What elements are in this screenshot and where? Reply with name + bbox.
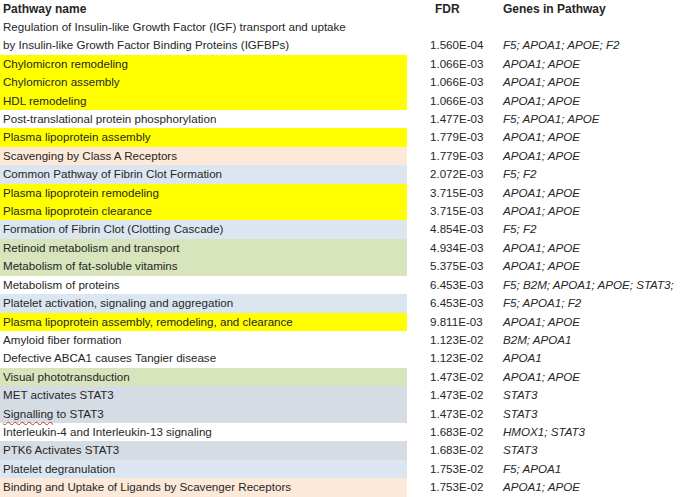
cell-pathway[interactable]: MET activates STAT3 bbox=[0, 386, 407, 404]
cell-genes[interactable]: APOA1; APOE bbox=[503, 478, 685, 496]
cell-fdr[interactable]: 5.375E-03 bbox=[407, 257, 503, 275]
cell-fdr[interactable]: 1.473E-02 bbox=[407, 368, 503, 386]
cell-pathway[interactable]: Platelet degranulation bbox=[0, 460, 407, 478]
cell-fdr[interactable]: 1.066E-03 bbox=[407, 92, 503, 110]
cell-fdr[interactable]: 9.811E-03 bbox=[407, 313, 503, 331]
cell-pathway[interactable]: Retinoid metabolism and transport bbox=[0, 239, 407, 257]
cell-genes[interactable]: STAT3 bbox=[503, 441, 685, 459]
cell-pathway[interactable]: Visual phototransduction bbox=[0, 368, 407, 386]
cell-pathway[interactable]: HDL remodeling bbox=[0, 92, 407, 110]
cell-pathway[interactable]: Scavenging by Class A Receptors bbox=[0, 147, 407, 165]
cell-pathway[interactable]: PTK6 Activates STAT3 bbox=[0, 441, 407, 459]
cell-pathway[interactable]: Signalling to STAT3 bbox=[0, 405, 407, 423]
cell-fdr[interactable]: 6.453E-03 bbox=[407, 294, 503, 312]
table-row: PTK6 Activates STAT31.683E-02STAT3 bbox=[0, 441, 685, 459]
cell-fdr[interactable]: 1.753E-02 bbox=[407, 460, 503, 478]
cell-fdr[interactable]: 4.934E-03 bbox=[407, 239, 503, 257]
cell-pathway[interactable]: Defective ABCA1 causes Tangier disease bbox=[0, 349, 407, 367]
table-body: Regulation of Insulin-like Growth Factor… bbox=[0, 18, 685, 497]
table-row: Amyloid fiber formation1.123E-02B2M; APO… bbox=[0, 331, 685, 349]
cell-fdr[interactable]: 1.753E-02 bbox=[407, 478, 503, 496]
cell-pathway[interactable]: Interleukin-4 and Interleukin-13 signali… bbox=[0, 423, 407, 441]
cell-pathway[interactable]: Regulation of Insulin-like Growth Factor… bbox=[0, 18, 407, 55]
cell-fdr[interactable]: 3.715E-03 bbox=[407, 184, 503, 202]
cell-pathway[interactable]: Plasma lipoprotein assembly bbox=[0, 128, 407, 146]
cell-pathway[interactable]: Common Pathway of Fibrin Clot Formation bbox=[0, 165, 407, 183]
cell-fdr[interactable]: 1.066E-03 bbox=[407, 55, 503, 73]
cell-fdr[interactable]: 2.072E-03 bbox=[407, 165, 503, 183]
cell-pathway[interactable]: Amyloid fiber formation bbox=[0, 331, 407, 349]
table-row: MET activates STAT31.473E-02STAT3 bbox=[0, 386, 685, 404]
column-header-pathway-name[interactable]: Pathway name bbox=[0, 0, 407, 18]
cell-genes[interactable]: APOA1; APOE bbox=[503, 313, 685, 331]
table-row: Common Pathway of Fibrin Clot Formation2… bbox=[0, 165, 685, 183]
cell-genes[interactable]: APOA1; APOE bbox=[503, 239, 685, 257]
table-row: Plasma lipoprotein assembly, remodeling,… bbox=[0, 313, 685, 331]
cell-genes[interactable]: APOA1; APOE bbox=[503, 147, 685, 165]
cell-genes[interactable]: F5; B2M; APOA1; APOE; STAT3; bbox=[503, 276, 685, 294]
cell-fdr[interactable]: 1.560E-04 bbox=[407, 18, 503, 55]
cell-pathway[interactable]: Chylomicron remodeling bbox=[0, 55, 407, 73]
cell-genes[interactable]: F5; APOA1; F2 bbox=[503, 294, 685, 312]
table-row: Plasma lipoprotein clearance3.715E-03APO… bbox=[0, 202, 685, 220]
table-row: Retinoid metabolism and transport4.934E-… bbox=[0, 239, 685, 257]
cell-pathway[interactable]: Metabolism of proteins bbox=[0, 276, 407, 294]
cell-genes[interactable]: F5; APOA1; APOE; F2 bbox=[503, 18, 685, 55]
cell-pathway[interactable]: Formation of Fibrin Clot (Clotting Casca… bbox=[0, 220, 407, 238]
table-row: Post-translational protein phosphorylati… bbox=[0, 110, 685, 128]
cell-pathway[interactable]: Plasma lipoprotein assembly, remodeling,… bbox=[0, 313, 407, 331]
cell-pathway[interactable]: Platelet activation, signaling and aggre… bbox=[0, 294, 407, 312]
table-row: HDL remodeling1.066E-03APOA1; APOE bbox=[0, 92, 685, 110]
cell-genes[interactable]: B2M; APOA1 bbox=[503, 331, 685, 349]
table-row: Platelet degranulation1.753E-02F5; APOA1 bbox=[0, 460, 685, 478]
cell-genes[interactable]: APOA1; APOE bbox=[503, 202, 685, 220]
cell-genes[interactable]: APOA1; APOE bbox=[503, 73, 685, 91]
table-row: Chylomicron assembly1.066E-03APOA1; APOE bbox=[0, 73, 685, 91]
cell-genes[interactable]: STAT3 bbox=[503, 386, 685, 404]
pathway-enrichment-sheet: Pathway name FDR Genes in Pathway Regula… bbox=[0, 0, 685, 497]
table-row: Plasma lipoprotein assembly1.779E-03APOA… bbox=[0, 128, 685, 146]
table-row: Plasma lipoprotein remodeling3.715E-03AP… bbox=[0, 184, 685, 202]
cell-genes[interactable]: STAT3 bbox=[503, 405, 685, 423]
cell-pathway[interactable]: Plasma lipoprotein remodeling bbox=[0, 184, 407, 202]
table-row: Scavenging by Class A Receptors1.779E-03… bbox=[0, 147, 685, 165]
cell-genes[interactable]: APOA1; APOE bbox=[503, 55, 685, 73]
cell-genes[interactable]: F5; APOA1; APOE bbox=[503, 110, 685, 128]
header-row: Pathway name FDR Genes in Pathway bbox=[0, 0, 685, 18]
table-row: Visual phototransduction1.473E-02APOA1; … bbox=[0, 368, 685, 386]
cell-pathway[interactable]: Metabolism of fat-soluble vitamins bbox=[0, 257, 407, 275]
cell-fdr[interactable]: 1.683E-02 bbox=[407, 441, 503, 459]
table-row: Signalling to STAT31.473E-02STAT3 bbox=[0, 405, 685, 423]
cell-genes[interactable]: F5; F2 bbox=[503, 220, 685, 238]
cell-genes[interactable]: F5; APOA1 bbox=[503, 460, 685, 478]
cell-fdr[interactable]: 1.066E-03 bbox=[407, 73, 503, 91]
table-row: Metabolism of fat-soluble vitamins5.375E… bbox=[0, 257, 685, 275]
cell-genes[interactable]: APOA1; APOE bbox=[503, 257, 685, 275]
cell-fdr[interactable]: 1.477E-03 bbox=[407, 110, 503, 128]
cell-genes[interactable]: APOA1; APOE bbox=[503, 184, 685, 202]
cell-fdr[interactable]: 1.779E-03 bbox=[407, 147, 503, 165]
cell-fdr[interactable]: 1.779E-03 bbox=[407, 128, 503, 146]
cell-pathway[interactable]: Binding and Uptake of Ligands by Scaveng… bbox=[0, 478, 407, 496]
cell-genes[interactable]: F5; F2 bbox=[503, 165, 685, 183]
cell-fdr[interactable]: 1.473E-02 bbox=[407, 386, 503, 404]
table-row: Metabolism of proteins6.453E-03F5; B2M; … bbox=[0, 276, 685, 294]
cell-genes[interactable]: APOA1; APOE bbox=[503, 92, 685, 110]
cell-fdr[interactable]: 1.123E-02 bbox=[407, 349, 503, 367]
cell-genes[interactable]: APOA1; APOE bbox=[503, 128, 685, 146]
column-header-fdr[interactable]: FDR bbox=[407, 0, 503, 18]
cell-pathway[interactable]: Chylomicron assembly bbox=[0, 73, 407, 91]
cell-genes[interactable]: APOA1; APOE bbox=[503, 368, 685, 386]
table-row: Regulation of Insulin-like Growth Factor… bbox=[0, 18, 685, 55]
cell-fdr[interactable]: 1.123E-02 bbox=[407, 331, 503, 349]
cell-pathway[interactable]: Plasma lipoprotein clearance bbox=[0, 202, 407, 220]
cell-fdr[interactable]: 1.683E-02 bbox=[407, 423, 503, 441]
cell-fdr[interactable]: 3.715E-03 bbox=[407, 202, 503, 220]
cell-genes[interactable]: HMOX1; STAT3 bbox=[503, 423, 685, 441]
cell-fdr[interactable]: 1.473E-02 bbox=[407, 405, 503, 423]
cell-genes[interactable]: APOA1 bbox=[503, 349, 685, 367]
column-header-genes-in-pathway[interactable]: Genes in Pathway bbox=[503, 0, 685, 18]
cell-fdr[interactable]: 6.453E-03 bbox=[407, 276, 503, 294]
cell-fdr[interactable]: 4.854E-03 bbox=[407, 220, 503, 238]
cell-pathway[interactable]: Post-translational protein phosphorylati… bbox=[0, 110, 407, 128]
